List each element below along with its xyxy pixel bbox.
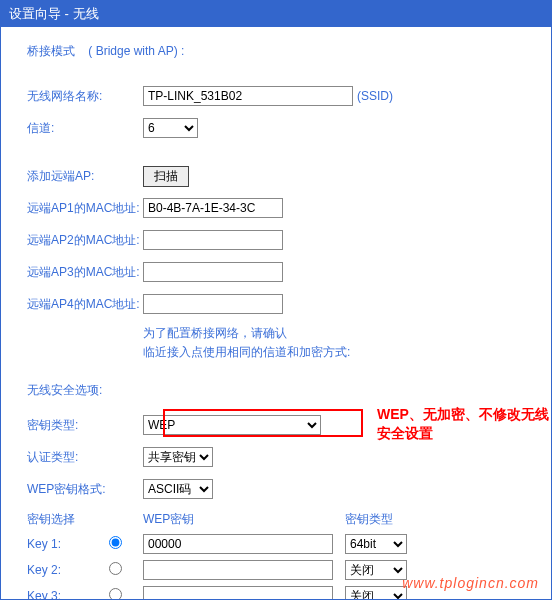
ssid-input[interactable]: [143, 86, 353, 106]
window-title: 设置向导 - 无线: [1, 1, 551, 27]
mac1-input[interactable]: [143, 198, 283, 218]
key-type-label: 密钥类型:: [27, 417, 143, 434]
key2-input[interactable]: [143, 560, 333, 580]
mac2-input[interactable]: [143, 230, 283, 250]
annotation-note: WEP、无加密、不修改无线安全设置: [377, 405, 552, 441]
key3-radio[interactable]: [109, 588, 122, 600]
key3-label: Key 3:: [27, 589, 109, 600]
channel-label: 信道:: [27, 120, 143, 137]
key1-label: Key 1:: [27, 537, 109, 551]
key3-type-select[interactable]: 关闭: [345, 586, 407, 600]
key2-radio[interactable]: [109, 562, 122, 575]
wep-header-row: 密钥选择 WEP密钥 密钥类型: [27, 511, 525, 528]
mac3-label: 远端AP3的MAC地址:: [27, 264, 143, 281]
wep-header-type: 密钥类型: [345, 511, 393, 528]
key3-input[interactable]: [143, 586, 333, 600]
wep-header-select: 密钥选择: [27, 511, 143, 528]
mac2-label: 远端AP2的MAC地址:: [27, 232, 143, 249]
auth-type-label: 认证类型:: [27, 449, 143, 466]
ssid-label: 无线网络名称:: [27, 88, 143, 105]
mac4-label: 远端AP4的MAC地址:: [27, 296, 143, 313]
mac1-label: 远端AP1的MAC地址:: [27, 200, 143, 217]
key2-label: Key 2:: [27, 563, 109, 577]
bridge-mode-row: 桥接模式 ( Bridge with AP) :: [27, 43, 525, 60]
key1-type-select[interactable]: 64bit: [345, 534, 407, 554]
watermark: www.tplogincn.com: [402, 575, 539, 591]
key1-input[interactable]: [143, 534, 333, 554]
key1-radio[interactable]: [109, 536, 122, 549]
auth-type-select[interactable]: 共享密钥: [143, 447, 213, 467]
bridge-mode-value: ( Bridge with AP) :: [88, 44, 184, 58]
key2-type-select[interactable]: 关闭: [345, 560, 407, 580]
wep-header-key: WEP密钥: [143, 511, 345, 528]
mac4-input[interactable]: [143, 294, 283, 314]
ssid-suffix: (SSID): [357, 89, 393, 103]
scan-button[interactable]: 扫描: [143, 166, 189, 187]
key-type-select[interactable]: WEP: [143, 415, 321, 435]
mac3-input[interactable]: [143, 262, 283, 282]
wep-format-select[interactable]: ASCII码: [143, 479, 213, 499]
add-ap-label: 添加远端AP:: [27, 168, 143, 185]
wep-format-label: WEP密钥格式:: [27, 481, 143, 498]
security-section-label: 无线安全选项:: [27, 382, 525, 399]
key-row-1: Key 1: 64bit: [27, 534, 525, 554]
bridge-mode-label: 桥接模式: [27, 44, 75, 58]
channel-select[interactable]: 6: [143, 118, 198, 138]
help-text: 为了配置桥接网络，请确认 临近接入点使用相同的信道和加密方式:: [143, 324, 525, 362]
